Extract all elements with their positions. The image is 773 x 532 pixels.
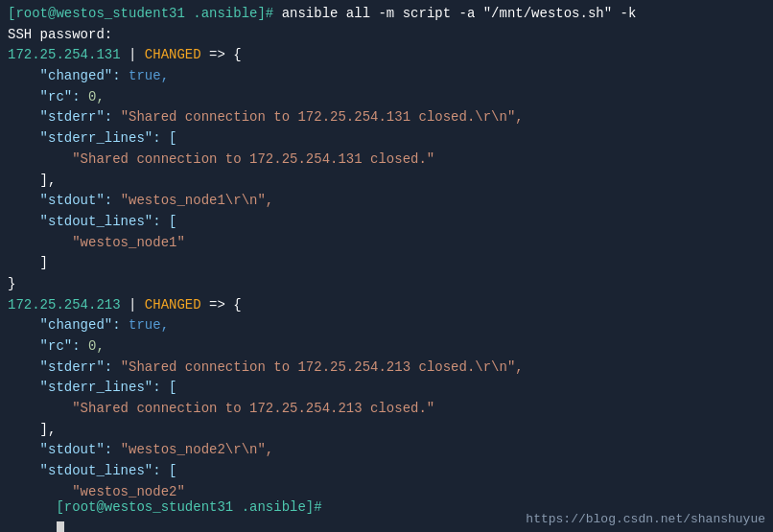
bottom-bar: [root@westos_student31 .ansible]# https:… [0, 505, 773, 532]
line-stdoutlines1-val: "westos_node1" [8, 233, 765, 254]
cursor [57, 521, 64, 532]
line-stdout1: "stdout": "westos_node1\r\n", [8, 191, 765, 212]
terminal-text-segment: ], [8, 173, 56, 188]
terminal-text-segment: "stderr_lines": [ [8, 130, 176, 146]
terminal-text-segment: "westos_node2\r\n", [121, 442, 274, 457]
terminal-text-segment: [root@westos_student31 .ansible]# [8, 6, 282, 21]
line-ssh: SSH password: [8, 25, 765, 46]
terminal-text-segment: ] [8, 255, 48, 270]
line-stdoutlines1-close: ] [8, 253, 765, 274]
terminal-text-segment: 0, [88, 338, 105, 354]
terminal-text-segment: CHANGED [145, 47, 201, 62]
terminal-text-segment: true, [129, 317, 169, 333]
line-stdout2: "stdout": "westos_node2\r\n", [8, 440, 765, 461]
terminal-text-segment: => { [201, 47, 242, 62]
terminal-text-segment: 172.25.254.131 [8, 47, 121, 62]
terminal-text-segment: "stdout": [8, 193, 121, 208]
line-stderrlines1-val: "Shared connection to 172.25.254.131 clo… [8, 150, 765, 171]
terminal-text-segment: "Shared connection to 172.25.254.131 clo… [8, 151, 434, 167]
terminal-text-segment: "Shared connection to 172.25.254.131 clo… [121, 109, 524, 125]
terminal-text-segment: "rc": [8, 338, 88, 354]
line-stderrlines1-open: "stderr_lines": [ [8, 128, 765, 150]
line-changed2: "changed": true, [8, 315, 765, 336]
line-rc2: "rc": 0, [8, 336, 765, 358]
line-stderrlines2-val: "Shared connection to 172.25.254.213 clo… [8, 399, 765, 420]
prompt-text: [root@westos_student31 .ansible]# [56, 499, 321, 515]
terminal-text-segment: | [121, 297, 145, 312]
terminal-text-segment: | [121, 47, 145, 62]
terminal-text-segment: "stderr_lines": [ [8, 380, 176, 395]
terminal-text-segment: ], [8, 422, 56, 437]
line-stdoutlines1-open: "stdout_lines": [ [8, 212, 765, 233]
terminal-text-segment: "westos_node1\r\n", [121, 193, 274, 208]
terminal-text-segment: 0, [88, 89, 105, 104]
terminal-text-segment: "stdout_lines": [ [8, 214, 176, 229]
line-close1: } [8, 274, 765, 295]
line-command: [root@westos_student31 .ansible]# ansibl… [8, 4, 765, 25]
terminal-text-segment: "stderr": [8, 359, 121, 375]
line-changed1: "changed": true, [8, 66, 765, 87]
line-rc1: "rc": 0, [8, 87, 765, 108]
terminal-text-segment: } [8, 276, 15, 291]
line-stderrlines2-close: ], [8, 420, 765, 441]
terminal-text-segment: SSH password: [8, 27, 112, 42]
terminal-text-segment: "westos_node1" [8, 235, 185, 250]
terminal: [root@westos_student31 .ansible]# ansibl… [0, 0, 773, 532]
terminal-text-segment: => { [201, 297, 242, 312]
line-ip2: 172.25.254.213 | CHANGED => { [8, 295, 765, 316]
line-stderrlines2-open: "stderr_lines": [ [8, 378, 765, 399]
terminal-text-segment: CHANGED [145, 297, 201, 312]
terminal-text-segment: "stdout": [8, 442, 121, 457]
line-ip1: 172.25.254.131 | CHANGED => { [8, 45, 765, 66]
terminal-text-segment: "Shared connection to 172.25.254.213 clo… [121, 359, 524, 375]
terminal-text-segment: "Shared connection to 172.25.254.213 clo… [8, 401, 434, 416]
csdn-link: https://blog.csdn.net/shanshuyue [526, 512, 765, 526]
terminal-text-segment: "changed": [8, 68, 129, 83]
terminal-text-segment: true, [129, 68, 169, 83]
terminal-text-segment: "rc": [8, 89, 88, 104]
terminal-text-segment: "changed": [8, 317, 129, 333]
prompt-line: [root@westos_student31 .ansible]# [8, 477, 322, 532]
terminal-text-segment: 172.25.254.213 [8, 297, 121, 312]
terminal-text-segment: "stderr": [8, 109, 121, 125]
line-stderr1: "stderr": "Shared connection to 172.25.2… [8, 107, 765, 128]
terminal-text-segment: ansible all -m script -a "/mnt/westos.sh… [282, 6, 637, 21]
line-stderr2: "stderr": "Shared connection to 172.25.2… [8, 358, 765, 379]
line-stderrlines1-close: ], [8, 171, 765, 192]
